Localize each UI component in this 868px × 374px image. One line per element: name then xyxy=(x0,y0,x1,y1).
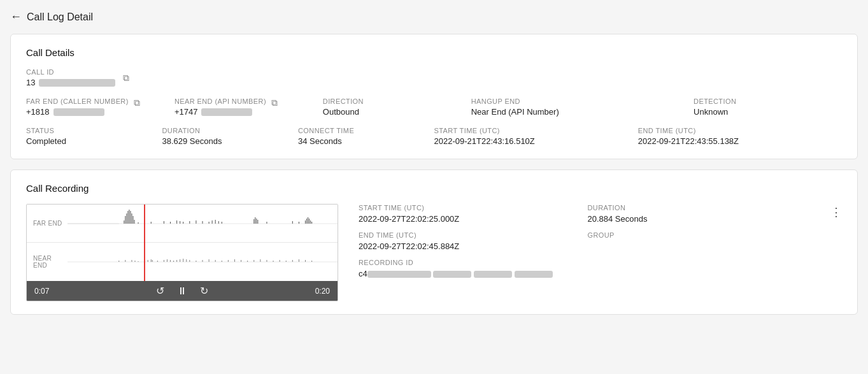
detection-field: DETECTION Unknown xyxy=(694,97,842,117)
pause-button[interactable]: ⏸ xyxy=(177,285,187,297)
far-end-copy-icon[interactable]: ⧉ xyxy=(134,97,140,108)
start-time-field: START TIME (UTC) 2022-09-21T22:43:16.510… xyxy=(434,127,638,146)
far-end-waveform xyxy=(68,205,338,243)
call-recording-card: Call Recording FAR END xyxy=(10,169,858,315)
waveform-controls: 0:07 ↺ ⏸ ↻ 0:20 xyxy=(27,281,338,301)
detection-value: Unknown xyxy=(694,107,842,117)
rec-start-time-label: START TIME (UTC) xyxy=(359,204,578,212)
rec-duration-value: 20.884 Seconds xyxy=(588,214,807,224)
call-id-label: CALL ID xyxy=(26,68,115,76)
duration-value: 38.629 Seconds xyxy=(162,136,299,146)
status-field: STATUS Completed xyxy=(26,127,162,146)
detection-label: DETECTION xyxy=(694,97,842,105)
rec-id-value: c4 xyxy=(359,269,806,278)
current-time: 0:07 xyxy=(34,287,60,296)
recording-meta: START TIME (UTC) 2022-09-27T22:02:25.000… xyxy=(359,204,842,284)
start-time-label: START TIME (UTC) xyxy=(434,127,638,134)
hangup-end-field: HANGUP END Near End (API Number) xyxy=(471,97,694,117)
rec-end-time-label: END TIME (UTC) xyxy=(359,231,578,239)
forward-button[interactable]: ↻ xyxy=(200,285,208,297)
start-time-value: 2022-09-21T22:43:16.510Z xyxy=(434,136,638,146)
far-end-field: FAR END (CALLER NUMBER) +1818 ⧉ xyxy=(26,97,174,117)
rec-group-field: GROUP xyxy=(588,231,807,251)
call-id-value: 13 xyxy=(26,78,115,87)
far-end-value: +1818 xyxy=(26,107,129,117)
duration-field: DURATION 38.629 Seconds xyxy=(162,127,299,146)
page-title: Call Log Detail xyxy=(27,11,93,23)
recording-title: Call Recording xyxy=(26,183,842,194)
call-id-copy-icon[interactable]: ⧉ xyxy=(123,73,129,83)
connect-time-label: CONNECT TIME xyxy=(298,127,434,134)
hangup-end-label: HANGUP END xyxy=(471,97,694,105)
connect-time-value: 34 Seconds xyxy=(298,136,434,146)
near-end-track-label: NEAR END xyxy=(27,255,68,269)
near-end-copy-icon[interactable]: ⧉ xyxy=(271,97,278,108)
near-end-label: NEAR END (API NUMBER) xyxy=(174,97,266,105)
rec-id-label: RECORDING ID xyxy=(359,259,806,266)
total-time: 0:20 xyxy=(304,287,330,296)
playhead xyxy=(144,205,145,243)
direction-field: DIRECTION Outbound xyxy=(323,97,471,117)
rec-start-time-value: 2022-09-27T22:02:25.000Z xyxy=(359,214,578,224)
end-time-label: END TIME (UTC) xyxy=(638,127,842,134)
rec-duration-label: DURATION xyxy=(588,204,807,212)
waveform-container[interactable]: FAR END xyxy=(26,204,338,301)
back-arrow-icon: ← xyxy=(10,10,22,24)
rec-group-label: GROUP xyxy=(588,231,807,239)
near-end-field: NEAR END (API NUMBER) +1747 ⧉ xyxy=(174,97,323,117)
rec-start-time-field: START TIME (UTC) 2022-09-27T22:02:25.000… xyxy=(359,204,578,224)
more-options-icon[interactable]: ⋮ xyxy=(816,204,842,224)
end-time-field: END TIME (UTC) 2022-09-21T22:43:55.138Z xyxy=(638,127,842,146)
hangup-end-value: Near End (API Number) xyxy=(471,107,694,117)
near-end-waveform xyxy=(68,243,338,281)
call-id-field: CALL ID 13 xyxy=(26,68,115,87)
rec-end-time-value: 2022-09-27T22:02:45.884Z xyxy=(359,241,578,251)
direction-label: DIRECTION xyxy=(323,97,471,105)
far-end-track: FAR END xyxy=(27,205,338,243)
connect-time-field: CONNECT TIME 34 Seconds xyxy=(298,127,434,146)
near-end-playhead xyxy=(144,243,145,281)
rec-duration-field: DURATION 20.884 Seconds xyxy=(588,204,807,224)
replay-button[interactable]: ↺ xyxy=(156,285,164,297)
duration-label: DURATION xyxy=(162,127,299,134)
back-nav[interactable]: ← Call Log Detail xyxy=(10,10,858,24)
status-label: STATUS xyxy=(26,127,162,134)
rec-end-time-field: END TIME (UTC) 2022-09-27T22:02:45.884Z xyxy=(359,231,578,251)
direction-value: Outbound xyxy=(323,107,471,117)
far-end-track-label: FAR END xyxy=(27,220,68,227)
end-time-value: 2022-09-21T22:43:55.138Z xyxy=(638,136,842,146)
rec-id-field: RECORDING ID c4 xyxy=(359,259,806,284)
call-details-title: Call Details xyxy=(26,47,842,58)
call-details-card: Call Details CALL ID 13 ⧉ FAR END (CALLE… xyxy=(10,34,858,159)
status-value: Completed xyxy=(26,136,162,146)
far-end-label: FAR END (CALLER NUMBER) xyxy=(26,97,129,105)
near-end-track: NEAR END xyxy=(27,243,338,281)
near-end-value: +1747 xyxy=(174,107,266,117)
